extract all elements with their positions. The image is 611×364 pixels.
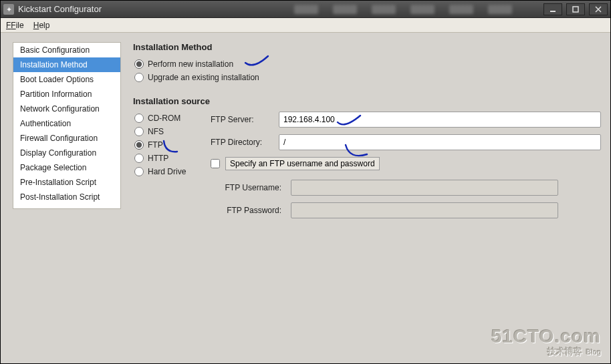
watermark: 51CTO.com 技术博客Blog (491, 326, 601, 358)
radio-harddrive-label: Hard Drive (148, 167, 186, 176)
sidebar-item-package-selection[interactable]: Package Selection (13, 160, 120, 175)
sidebar-item-display-configuration[interactable]: Display Configuration (13, 146, 120, 160)
radio-perform-label: Perform new installation (148, 59, 233, 69)
svg-rect-1 (573, 7, 578, 12)
radio-nfs[interactable]: NFS (133, 125, 200, 138)
radio-http-input[interactable] (134, 154, 144, 163)
annotation-mark (244, 53, 271, 71)
ftp-creds-label: Specify an FTP username and password (225, 157, 380, 170)
radio-http-label: HTTP (148, 154, 168, 163)
radio-ftp-input[interactable] (134, 140, 144, 150)
titlebar-blurred-region (294, 5, 543, 14)
radio-perform-new-installation[interactable]: Perform new installation (133, 57, 601, 71)
ftp-username-row: FTP Username: (211, 180, 601, 196)
ftp-directory-row: FTP Directory: (211, 134, 601, 150)
content: Basic Configuration Installation Method … (1, 33, 610, 363)
installation-source-section: Installation source CD-ROM NFS (133, 96, 601, 225)
installation-source-title: Installation source (133, 96, 601, 106)
ftp-directory-input[interactable] (279, 134, 601, 150)
titlebar[interactable]: ✦ Kickstart Configurator (1, 1, 610, 18)
svg-rect-0 (550, 11, 556, 12)
radio-harddrive[interactable]: Hard Drive (133, 165, 200, 178)
installation-method-title: Installation Method (133, 42, 601, 52)
sidebar: Basic Configuration Installation Method … (13, 42, 121, 209)
radio-nfs-input[interactable] (134, 127, 144, 136)
sidebar-item-pre-installation-script[interactable]: Pre-Installation Script (13, 175, 120, 190)
ftp-server-input[interactable] (279, 112, 601, 128)
ftp-creds-checkbox-row[interactable]: Specify an FTP username and password (211, 157, 601, 170)
source-radio-group: CD-ROM NFS FTP HTTP (133, 112, 200, 225)
sidebar-item-firewall-configuration[interactable]: Firewall Configuration (13, 131, 120, 146)
radio-ftp-label: FTP (148, 140, 163, 150)
menu-file[interactable]: FFileFile (6, 21, 24, 30)
radio-upgrade-label: Upgrade an existing installation (148, 73, 259, 82)
ftp-password-input[interactable] (291, 202, 558, 218)
ftp-password-label: FTP Password: (211, 206, 284, 215)
watermark-logo: 51CTO.com (491, 326, 601, 347)
sidebar-item-partition-information[interactable]: Partition Information (13, 87, 120, 102)
ftp-password-row: FTP Password: (211, 202, 601, 218)
radio-http[interactable]: HTTP (133, 152, 200, 165)
menubar: FFileFile Help (1, 18, 610, 33)
close-button[interactable] (589, 3, 608, 15)
radio-nfs-label: NFS (148, 127, 164, 136)
sidebar-item-authentication[interactable]: Authentication (13, 116, 120, 131)
ftp-settings: FTP Server: FTP Directory: Specify an FT… (211, 112, 601, 225)
window-title: Kickstart Configurator (18, 4, 267, 14)
radio-perform-input[interactable] (134, 59, 144, 69)
sidebar-item-installation-method[interactable]: Installation Method (13, 57, 120, 72)
minimize-button[interactable] (543, 3, 562, 15)
installation-method-section: Installation Method Perform new installa… (133, 42, 601, 84)
ftp-creds-checkbox[interactable] (211, 159, 220, 168)
radio-cdrom[interactable]: CD-ROM (133, 112, 200, 125)
sidebar-item-post-installation-script[interactable]: Post-Installation Script (13, 190, 120, 204)
ftp-credentials: FTP Username: FTP Password: (211, 180, 601, 218)
ftp-username-label: FTP Username: (211, 183, 284, 192)
radio-upgrade-existing-installation[interactable]: Upgrade an existing installation (133, 71, 601, 84)
maximize-button[interactable] (566, 3, 585, 15)
window-controls (543, 3, 608, 15)
ftp-server-row: FTP Server: (211, 112, 601, 128)
sidebar-item-boot-loader-options[interactable]: Boot Loader Options (13, 72, 120, 87)
main-panel: Installation Method Perform new installa… (130, 42, 601, 357)
radio-ftp[interactable]: FTP (133, 138, 200, 152)
ftp-server-label: FTP Server: (211, 115, 272, 124)
radio-cdrom-input[interactable] (134, 114, 144, 123)
app-window: ✦ Kickstart Configurator FFileFile Help … (0, 0, 611, 364)
watermark-sub: 技术博客Blog (491, 346, 601, 358)
radio-harddrive-input[interactable] (134, 167, 144, 176)
app-icon: ✦ (3, 4, 14, 15)
sidebar-item-network-configuration[interactable]: Network Configuration (13, 102, 120, 116)
ftp-directory-label: FTP Directory: (211, 138, 272, 147)
menu-help[interactable]: Help (33, 21, 50, 30)
radio-cdrom-label: CD-ROM (148, 114, 180, 123)
radio-upgrade-input[interactable] (134, 73, 144, 82)
ftp-username-input[interactable] (291, 180, 558, 196)
sidebar-item-basic-configuration[interactable]: Basic Configuration (13, 43, 120, 57)
